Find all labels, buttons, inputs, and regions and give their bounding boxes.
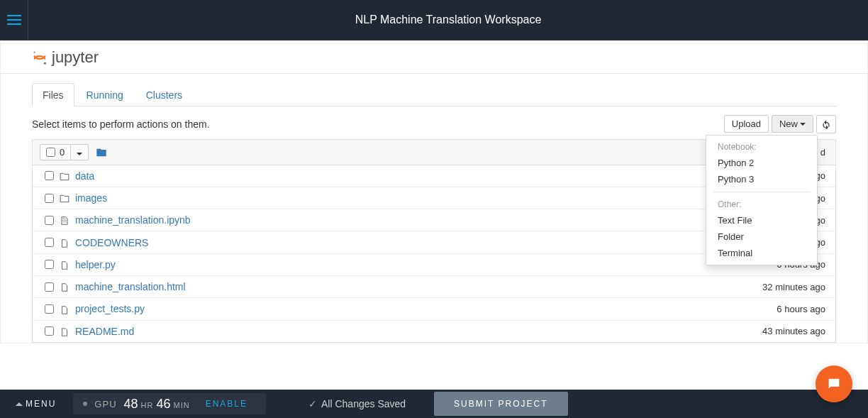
chat-fab[interactable] (816, 365, 852, 402)
selected-count: 0 (60, 147, 65, 158)
tabs: Files Running Clusters (32, 82, 836, 106)
dropdown-divider (713, 192, 810, 192)
file-link[interactable]: README.md (75, 326, 134, 337)
row-checkbox[interactable] (45, 171, 54, 180)
save-status: ✓ All Changes Saved (308, 398, 406, 409)
action-buttons: Upload New Notebook: Python 2 Python 3 (724, 115, 836, 133)
file-modified: 6 hours ago (777, 304, 828, 314)
file-link[interactable]: CODEOWNERS (75, 237, 148, 248)
menu-toggle[interactable]: MENU (0, 399, 69, 409)
dropdown-item-terminal[interactable]: Terminal (706, 245, 817, 261)
file-row: machine_translation.html32 minutes ago (33, 276, 835, 298)
gpu-hours: 48 (124, 397, 138, 412)
tab-running[interactable]: Running (76, 83, 134, 106)
file-icon (58, 281, 71, 292)
jupyter-logo[interactable]: jupyter (32, 48, 99, 67)
gpu-minutes: 46 (156, 397, 170, 412)
folder-icon (58, 192, 71, 204)
content-wrap: jupyter Files Running Clusters Select it… (0, 40, 868, 343)
chevron-up-icon (16, 402, 23, 406)
action-row: Select items to perform actions on them.… (32, 115, 836, 133)
new-button[interactable]: New (772, 115, 813, 133)
file-link[interactable]: helper.py (75, 259, 116, 270)
hamburger-button[interactable] (0, 0, 28, 40)
row-checkbox[interactable] (45, 326, 54, 336)
gpu-status: GPU 48 HR 46 MIN ENABLE (73, 393, 266, 414)
dropdown-item-python3[interactable]: Python 3 (706, 171, 817, 187)
file-link[interactable]: project_tests.py (75, 303, 145, 314)
submit-button[interactable]: SUBMIT PROJECT (434, 392, 567, 416)
file-icon (58, 236, 71, 248)
refresh-button[interactable] (816, 115, 836, 133)
action-hint: Select items to perform actions on them. (32, 119, 210, 130)
file-row: README.md43 minutes ago (33, 321, 835, 342)
status-dot-icon (83, 402, 87, 406)
last-modified-header[interactable]: d (820, 147, 828, 158)
menu-label: MENU (26, 399, 56, 409)
bottombar: MENU GPU 48 HR 46 MIN ENABLE ✓ All Chang… (0, 390, 868, 418)
row-checkbox[interactable] (45, 260, 54, 269)
new-dropdown: Notebook: Python 2 Python 3 Other: Text … (706, 135, 818, 265)
select-menu-toggle[interactable] (71, 145, 88, 160)
check-icon: ✓ (308, 398, 317, 409)
row-checkbox[interactable] (45, 216, 54, 225)
jupyter-header: jupyter (1, 41, 867, 74)
dropdown-item-folder[interactable]: Folder (706, 229, 817, 245)
hamburger-icon (7, 19, 21, 21)
folder-icon (58, 170, 71, 182)
row-checkbox[interactable] (45, 194, 54, 203)
file-link[interactable]: machine_translation.html (75, 281, 186, 292)
select-all-checkbox[interactable] (46, 148, 55, 157)
caret-down-icon (800, 123, 806, 126)
file-link[interactable]: machine_translation.ipynb (75, 214, 191, 226)
folder-icon (96, 147, 107, 158)
upload-button[interactable]: Upload (724, 115, 769, 133)
save-status-text: All Changes Saved (321, 398, 406, 409)
file-row: project_tests.py6 hours ago (33, 298, 835, 320)
dropdown-header-other: Other: (706, 197, 817, 212)
row-checkbox[interactable] (45, 282, 54, 292)
row-checkbox[interactable] (45, 238, 54, 247)
file-icon (58, 303, 71, 314)
file-link[interactable]: images (75, 192, 107, 204)
file-modified: 32 minutes ago (762, 282, 828, 292)
file-modified: 43 minutes ago (762, 326, 828, 336)
new-button-label: New (779, 119, 798, 129)
dropdown-item-textfile[interactable]: Text File (706, 212, 817, 229)
tab-files[interactable]: Files (32, 83, 74, 106)
topbar: NLP Machine Translation Workspace (0, 0, 868, 40)
row-checkbox[interactable] (45, 304, 54, 314)
gpu-label: GPU (94, 399, 116, 409)
breadcrumb-root[interactable] (96, 145, 107, 158)
select-all-group: 0 (40, 144, 89, 160)
enable-button[interactable]: ENABLE (197, 399, 256, 409)
notebook-icon (58, 214, 71, 226)
caret-down-icon (77, 153, 82, 155)
file-icon (58, 326, 71, 337)
file-link[interactable]: data (75, 170, 94, 182)
gpu-min-unit: MIN (173, 401, 189, 409)
jupyter-logo-text: jupyter (52, 48, 99, 67)
dropdown-item-python2[interactable]: Python 2 (706, 155, 817, 171)
chat-icon (826, 376, 842, 392)
gpu-hr-unit: HR (141, 401, 154, 409)
jupyter-icon (32, 50, 48, 65)
svg-point-1 (44, 62, 46, 65)
svg-point-0 (33, 51, 35, 53)
tab-clusters[interactable]: Clusters (135, 83, 193, 106)
workspace-title: NLP Machine Translation Workspace (28, 13, 868, 26)
refresh-icon (821, 120, 831, 130)
file-icon (58, 259, 71, 270)
dropdown-header-notebook: Notebook: (706, 139, 817, 155)
